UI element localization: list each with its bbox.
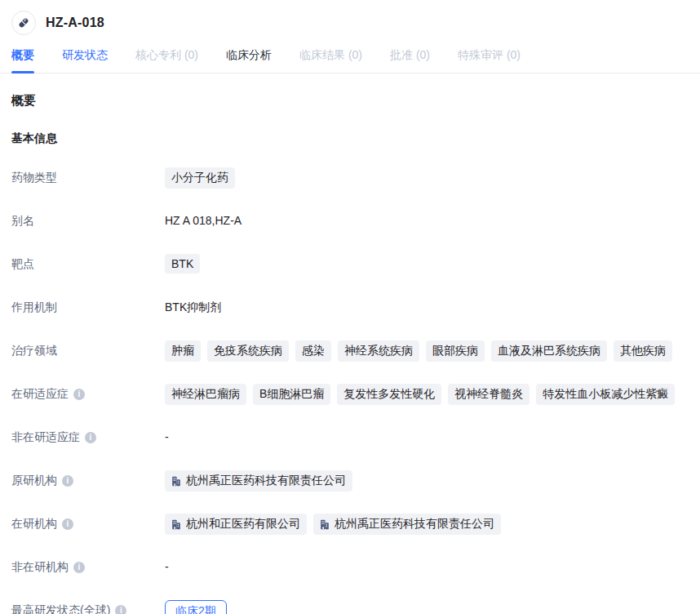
tag-label: 视神经脊髓炎 (454, 387, 523, 402)
field-label-text: 在研机构 (11, 517, 57, 532)
tag-label: 杭州禹正医药科技有限责任公司 (186, 474, 346, 488)
tag-label: 杭州和正医药有限公司 (186, 517, 300, 532)
tag-label: 感染 (302, 344, 325, 358)
field-value-drug-type: 小分子化药 (165, 167, 689, 189)
overview-content: 概要 基本信息 药物类型小分子化药别名HZ A 018,HZ-A靶点BTK作用机… (0, 93, 700, 614)
field-row-aliases: 别名HZ A 018,HZ-A (11, 211, 689, 233)
field-label-drug-type: 药物类型 (11, 167, 165, 185)
field-label-text: 治疗领域 (11, 344, 57, 358)
active-indications-tag[interactable]: 特发性血小板减少性紫癜 (536, 384, 675, 405)
therapeutic-areas-tag[interactable]: 感染 (295, 340, 331, 362)
tag-label: 复发性多发性硬化 (343, 387, 435, 402)
drug-type-tag: 小分子化药 (165, 167, 235, 189)
field-value-active-orgs: 杭州和正医药有限公司杭州禹正医药科技有限责任公司 (165, 514, 689, 535)
tag-label: 免疫系统疾病 (214, 344, 282, 358)
field-label-text: 靶点 (11, 257, 34, 272)
field-value-mechanism: BTK抑制剂 (165, 297, 689, 315)
pill-icon (11, 11, 36, 35)
field-label-text: 药物类型 (11, 171, 57, 185)
field-row-highest-rd-status: 最高研发状态(全球)i临床2期 (11, 600, 689, 614)
therapeutic-areas-tag[interactable]: 眼部疾病 (426, 340, 485, 362)
therapeutic-areas-tag[interactable]: 免疫系统疾病 (207, 340, 289, 362)
target-tag[interactable]: BTK (165, 254, 200, 274)
tag-label: BTK (171, 257, 193, 270)
tag-label: B细胞淋巴瘤 (259, 387, 324, 402)
basic-info-fields: 药物类型小分子化药别名HZ A 018,HZ-A靶点BTK作用机制BTK抑制剂治… (11, 167, 689, 614)
field-row-active-orgs: 在研机构i杭州和正医药有限公司杭州禹正医药科技有限责任公司 (11, 514, 689, 536)
field-value-aliases: HZ A 018,HZ-A (165, 211, 689, 227)
tab-clinical-analysis[interactable]: 临床分析 (226, 48, 272, 73)
status-badge: 临床2期 (165, 600, 227, 614)
tab-core-patents: 核心专利 (0) (135, 48, 198, 73)
info-icon[interactable]: i (73, 389, 85, 400)
tab-rd-status[interactable]: 研发状态 (62, 48, 108, 73)
tag-label: 血液及淋巴系统疾病 (498, 344, 600, 358)
active-indications-tag[interactable]: B细胞淋巴瘤 (253, 384, 330, 405)
tag-label: 其他疾病 (620, 344, 666, 358)
active-orgs-tag[interactable]: 杭州禹正医药科技有限责任公司 (313, 514, 501, 535)
field-label-therapeutic-areas: 治疗领域 (11, 340, 165, 358)
field-label-mechanism: 作用机制 (11, 297, 165, 315)
originator-org-tag[interactable]: 杭州禹正医药科技有限责任公司 (165, 470, 352, 492)
field-value-inactive-orgs: - (165, 557, 689, 573)
info-icon[interactable]: i (85, 432, 96, 443)
field-label-inactive-orgs: 非在研机构i (11, 557, 165, 575)
active-indications-tag[interactable]: 视神经脊髓炎 (448, 384, 529, 405)
field-label-active-indications: 在研适应症i (11, 384, 165, 402)
field-row-originator-org: 原研机构i杭州禹正医药科技有限责任公司 (11, 470, 689, 492)
tag-label: 神经淋巴瘤病 (171, 387, 240, 402)
tag-label: 小分子化药 (171, 171, 228, 185)
field-value-target: BTK (165, 254, 689, 274)
field-label-text: 在研适应症 (11, 387, 69, 402)
field-label-text: 最高研发状态(全球) (11, 603, 110, 614)
therapeutic-areas-tag[interactable]: 肿瘤 (165, 340, 201, 362)
info-icon[interactable]: i (62, 518, 73, 530)
building-icon (171, 476, 181, 487)
therapeutic-areas-tag[interactable]: 血液及淋巴系统疾病 (491, 340, 607, 362)
inactive-orgs-value: - (165, 557, 169, 573)
field-row-therapeutic-areas: 治疗领域肿瘤免疫系统疾病感染神经系统疾病眼部疾病血液及淋巴系统疾病其他疾病 (11, 340, 689, 363)
field-label-text: 作用机制 (11, 300, 57, 315)
info-icon[interactable]: i (115, 605, 126, 614)
field-label-text: 非在研机构 (11, 560, 69, 575)
field-label-active-orgs: 在研机构i (11, 514, 165, 532)
tag-label: 神经系统疾病 (344, 344, 413, 358)
active-indications-tag[interactable]: 神经淋巴瘤病 (165, 384, 246, 405)
field-label-text: 非在研适应症 (11, 430, 80, 445)
tab-clinical-results: 临床结果 (0) (299, 48, 362, 73)
therapeutic-areas-tag[interactable]: 神经系统疾病 (338, 340, 419, 362)
building-icon (171, 519, 181, 530)
field-label-text: 原研机构 (11, 474, 57, 488)
aliases-value: HZ A 018,HZ-A (165, 211, 241, 227)
field-row-mechanism: 作用机制BTK抑制剂 (11, 297, 689, 319)
field-value-highest-rd-status: 临床2期 (165, 600, 689, 614)
field-label-inactive-indications: 非在研适应症i (11, 427, 165, 445)
subsection-title: 基本信息 (11, 131, 689, 146)
info-icon[interactable]: i (73, 562, 85, 573)
field-row-inactive-orgs: 非在研机构i- (11, 557, 689, 579)
field-row-inactive-indications: 非在研适应症i- (11, 427, 689, 449)
inactive-indications-value: - (165, 427, 169, 443)
building-icon (320, 519, 330, 530)
field-row-drug-type: 药物类型小分子化药 (11, 167, 689, 189)
info-icon[interactable]: i (62, 475, 73, 487)
tag-label: 眼部疾病 (432, 344, 478, 358)
page-title: HZ-A-018 (46, 16, 104, 30)
tag-label: 肿瘤 (171, 344, 194, 358)
tab-approval: 批准 (0) (390, 48, 430, 73)
drug-detail-page: HZ-A-018 概要研发状态核心专利 (0)临床分析临床结果 (0)批准 (0… (0, 0, 700, 614)
field-value-therapeutic-areas: 肿瘤免疫系统疾病感染神经系统疾病眼部疾病血液及淋巴系统疾病其他疾病 (165, 340, 689, 362)
tag-label: 杭州禹正医药科技有限责任公司 (334, 517, 494, 532)
therapeutic-areas-tag[interactable]: 其他疾病 (614, 340, 672, 362)
field-value-originator-org: 杭州禹正医药科技有限责任公司 (165, 470, 689, 492)
page-header: HZ-A-018 (0, 0, 700, 39)
field-value-active-indications: 神经淋巴瘤病B细胞淋巴瘤复发性多发性硬化视神经脊髓炎特发性血小板减少性紫癜 (165, 384, 689, 405)
active-indications-tag[interactable]: 复发性多发性硬化 (337, 384, 441, 405)
section-title: 概要 (11, 93, 689, 109)
field-label-originator-org: 原研机构i (11, 470, 165, 488)
field-row-target: 靶点BTK (11, 254, 689, 276)
tab-overview[interactable]: 概要 (11, 48, 34, 73)
active-orgs-tag[interactable]: 杭州和正医药有限公司 (165, 514, 307, 535)
tab-bar: 概要研发状态核心专利 (0)临床分析临床结果 (0)批准 (0)特殊审评 (0) (0, 39, 700, 73)
mechanism-value: BTK抑制剂 (165, 297, 221, 315)
